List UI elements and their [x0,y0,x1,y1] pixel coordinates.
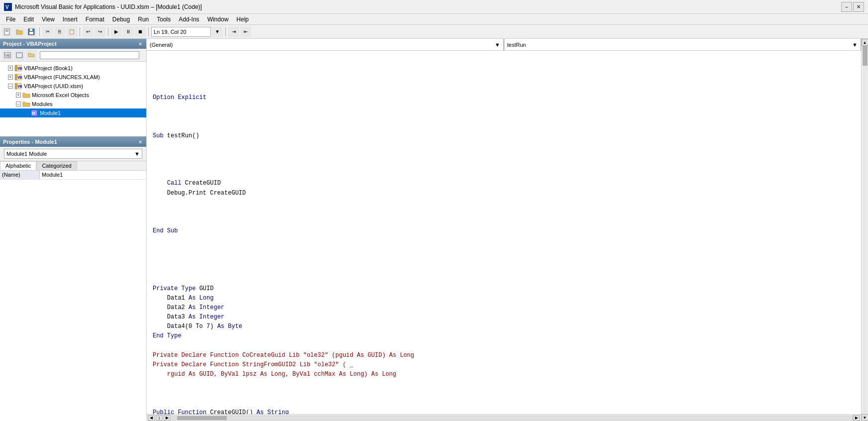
vba-project-icon-uuid: VB [14,82,22,90]
properties-content: (Name) Module1 [0,171,146,421]
project-toggle-folders-btn[interactable] [26,50,37,61]
expand-book1[interactable]: + [8,66,13,71]
project-scrollbar[interactable] [40,51,139,59]
code-line-option: Option Explicit [153,94,206,101]
menu-file[interactable]: File [2,15,19,24]
vscroll-thumb[interactable] [863,46,868,66]
code-declare-1: Private Declare Function CoCreateGuid Li… [153,352,414,378]
split-left-btn[interactable]: | [156,415,163,421]
tree-item-funcres[interactable]: + VB VBAProject (FUNCRES.XLAM) [0,73,146,82]
toolbar-new-btn[interactable] [2,26,13,37]
tree-item-vbaproject-book1[interactable]: + VB VBAProject (Book1) [0,64,146,73]
props-row-name: (Name) Module1 [0,171,146,180]
menu-tools[interactable]: Tools [153,15,175,24]
hscroll-left-btn[interactable]: ◀ [148,415,155,421]
toolbar-location: Ln 19, Col 20 [151,27,211,37]
vscroll-track[interactable] [863,46,868,414]
toolbar-paste-btn[interactable]: 📋 [66,26,77,37]
project-panel-title: Project - VBAProject [3,41,57,47]
expand-uuid[interactable]: – [8,84,13,89]
menu-window[interactable]: Window [203,15,233,24]
code-public-func: Public Function [153,409,210,414]
toolbar-open-btn[interactable] [14,26,25,37]
menu-insert[interactable]: Insert [59,15,82,24]
project-panel: Project - VBAProject ✕ VB + [0,39,146,137]
project-panel-toolbar: VB [0,49,146,62]
project-panel-close[interactable]: ✕ [137,41,143,47]
toolbar-cut-btn[interactable]: ✂ [42,26,53,37]
menu-edit[interactable]: Edit [19,15,38,24]
toolbar-undo-btn[interactable]: ↩ [83,26,94,37]
tab-alphabetic[interactable]: Alphabetic [0,161,36,170]
project-panel-header: Project - VBAProject ✕ [0,39,146,49]
code-editor[interactable]: Option Explicit Sub testRun() Call Creat… [147,51,861,414]
menu-debug[interactable]: Debug [108,15,134,24]
menu-help[interactable]: Help [232,15,253,24]
tab-categorized[interactable]: Categorized [36,161,77,170]
tree-item-excel-objects[interactable]: + Microsoft Excel Objects [0,91,146,100]
tree-label-book1: VBAProject (Book1) [24,65,73,71]
code-sub-keyword: Sub [153,132,167,139]
tree-label-module1: Module1 [40,110,61,116]
props-val-name[interactable]: Module1 [40,171,146,179]
editor-context-dropdown[interactable]: (General) ▼ [147,39,504,50]
toolbar-redo-btn[interactable]: ↪ [95,26,105,37]
toolbar-copy-btn[interactable]: ⎘ [54,26,65,37]
editor-proc-dropdown[interactable]: testRun ▼ [504,39,862,50]
editor-hscrollbar[interactable]: ◀ | ▶ ▶ [147,414,861,421]
code-end-type: End Type [153,332,182,339]
hscroll-right-btn[interactable]: ▶ [853,415,860,421]
toolbar-stop-btn[interactable]: ⏹ [135,26,146,37]
tree-item-modules[interactable]: – Modules [0,100,146,108]
menu-format[interactable]: Format [82,15,108,24]
svg-text:VB: VB [17,67,22,70]
properties-dropdown[interactable]: Module1 Module ▼ [4,149,142,159]
tree-label-funcres: VBAProject (FUNCRES.XLAM) [24,74,100,80]
toolbar-sep-5 [225,27,226,36]
svg-rect-7 [30,29,32,31]
vscroll-up-btn[interactable]: ▲ [862,39,868,46]
editor-context-arrow: ▼ [495,42,500,48]
project-view-form-btn[interactable] [14,50,25,61]
expand-modules[interactable]: – [16,102,21,106]
properties-panel-header: Properties - Module1 ✕ [0,137,146,147]
menu-view[interactable]: View [38,15,59,24]
menu-run[interactable]: Run [134,15,153,24]
toolbar-sep-1 [39,27,40,36]
split-right-btn[interactable]: ▶ [164,415,171,421]
close-button[interactable]: ✕ [853,2,864,12]
code-call-line: Call CreateGUID Debug.Print CreateGUID [153,180,246,196]
properties-panel-close[interactable]: ✕ [137,139,143,145]
editor-proc-value: testRun [507,42,526,48]
main-content: Project - VBAProject ✕ VB + [0,39,868,421]
toolbar-indent-btn[interactable]: ⇥ [228,26,239,37]
hscroll-track[interactable] [172,416,853,421]
title-text: Microsoft Visual Basic for Applications … [15,3,841,10]
expand-funcres[interactable]: + [8,75,13,80]
props-key-name: (Name) [0,171,40,179]
menu-addins[interactable]: Add-Ins [175,15,203,24]
toolbar-location-dropdown[interactable]: ▼ [212,26,223,37]
hscroll-thumb[interactable] [177,416,227,420]
tree-label-excel-objects: Microsoft Excel Objects [32,92,89,98]
expand-excel-objects[interactable]: + [16,93,21,98]
properties-tabs: Alphabetic Categorized [0,161,146,171]
svg-text:VB: VB [17,76,22,79]
code-private-type: Private Type [153,285,199,292]
project-view-code-btn[interactable]: VB [2,50,13,61]
tree-item-uuid[interactable]: – VB VBAProject (UUID.xlsm) [0,82,146,91]
toolbar-run-btn[interactable]: ▶ [111,26,122,37]
tree-item-module1[interactable]: M Module1 [0,108,146,117]
toolbar-sep-3 [108,27,108,36]
minimize-button[interactable]: – [841,2,852,12]
editor-vscrollbar[interactable]: ▲ ▼ [861,39,868,421]
vscroll-down-btn[interactable]: ▼ [862,414,868,421]
tree-label-modules: Modules [32,101,53,107]
toolbar-outdent-btn[interactable]: ⇤ [240,26,251,37]
properties-dropdown-value: Module1 Module [6,151,47,157]
toolbar-save-btn[interactable] [26,26,37,37]
project-tree: + VB VBAProject (Book1) + [0,62,146,136]
toolbar-pause-btn[interactable]: ⏸ [123,26,134,37]
editor-proc-arrow: ▼ [852,42,858,48]
properties-panel: Properties - Module1 ✕ Module1 Module ▼ … [0,137,146,421]
